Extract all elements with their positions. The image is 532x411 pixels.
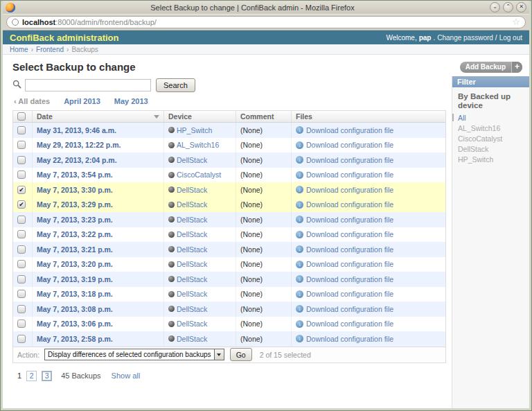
row-checkbox[interactable]	[17, 230, 26, 238]
action-select[interactable]: Display differences of selected configur…	[44, 349, 224, 360]
download-link[interactable]: Download configuration file	[306, 230, 393, 238]
window-maximize-button[interactable]: ⌃	[503, 2, 513, 12]
device-link[interactable]: CiscoCatalyst	[177, 170, 221, 179]
backup-date-link[interactable]: May 7, 2013, 3:30 p.m.	[37, 186, 113, 194]
backup-date-link[interactable]: May 22, 2013, 2:04 p.m.	[37, 156, 117, 164]
download-link[interactable]: Download configuration file	[306, 275, 393, 283]
device-link[interactable]: DellStack	[177, 216, 207, 224]
device-link[interactable]: DellStack	[177, 156, 207, 164]
row-checkbox[interactable]	[17, 305, 26, 313]
row-checkbox[interactable]	[17, 260, 26, 268]
checkbox-cell	[13, 331, 33, 347]
backup-date-link[interactable]: May 7, 2013, 3:22 p.m.	[37, 230, 113, 238]
backup-date-link[interactable]: May 29, 2013, 12:22 p.m.	[37, 141, 121, 149]
download-link[interactable]: Download configuration file	[306, 156, 393, 164]
download-link[interactable]: Download configuration file	[306, 335, 393, 343]
date-column-header[interactable]: Date	[33, 111, 164, 122]
device-link[interactable]: DellStack	[177, 275, 207, 283]
comment-cell: (None)	[236, 287, 292, 302]
download-link[interactable]: Download configuration file	[306, 200, 393, 209]
device-link[interactable]: DellStack	[177, 305, 207, 313]
filter-option[interactable]: AL_Switch16	[452, 123, 529, 133]
backup-date-link[interactable]: May 7, 2013, 3:21 p.m.	[37, 245, 113, 254]
device-link[interactable]: DellStack	[177, 186, 207, 194]
backup-date-link[interactable]: May 7, 2013, 3:20 p.m.	[37, 260, 113, 268]
backup-date-link[interactable]: May 7, 2013, 3:23 p.m.	[37, 216, 113, 224]
files-cell: ↓Download configuration file	[292, 331, 445, 347]
download-link[interactable]: Download configuration file	[306, 170, 393, 179]
backup-date-link[interactable]: May 7, 2013, 3:54 p.m.	[37, 170, 113, 179]
site-branding[interactable]: ConfiBack administration	[10, 33, 118, 43]
download-link[interactable]: Download configuration file	[306, 186, 393, 194]
url-bar[interactable]: localhost :8000/admin/frontend/backup/ ☆	[6, 16, 526, 28]
backup-date-link[interactable]: May 7, 2013, 3:06 p.m.	[37, 320, 113, 328]
row-checkbox[interactable]	[17, 126, 26, 134]
search-button[interactable]: Search	[156, 78, 195, 92]
add-backup-button[interactable]: Add Backup +	[460, 62, 522, 73]
device-link[interactable]: DellStack	[177, 230, 207, 238]
row-checkbox[interactable]	[17, 320, 26, 328]
breadcrumb-frontend[interactable]: Frontend	[36, 46, 64, 53]
change-password-link[interactable]: Change password	[437, 34, 493, 42]
row-checkbox[interactable]	[17, 335, 26, 343]
breadcrumb-separator: ›	[66, 46, 69, 53]
window-shade-button[interactable]: ⌄	[490, 2, 500, 12]
download-link[interactable]: Download configuration file	[306, 141, 393, 149]
download-link[interactable]: Download configuration file	[306, 320, 393, 328]
device-link[interactable]: DellStack	[177, 335, 207, 343]
backup-date-link[interactable]: May 7, 2013, 3:19 p.m.	[37, 275, 113, 283]
row-checkbox[interactable]: ✔	[17, 186, 26, 194]
backup-date-link[interactable]: May 31, 2013, 9:46 a.m.	[37, 126, 116, 134]
search-icon	[12, 79, 21, 91]
page-2-link[interactable]: 2	[26, 371, 37, 381]
april-2013-link[interactable]: April 2013	[64, 97, 100, 105]
filter-option[interactable]: HP_Switch	[452, 154, 529, 164]
row-checkbox[interactable]	[17, 245, 26, 254]
go-button[interactable]: Go	[230, 348, 252, 361]
backup-date-link[interactable]: May 7, 2013, 3:29 p.m.	[37, 200, 113, 209]
page-3-link[interactable]: 3	[42, 371, 52, 381]
device-link[interactable]: DellStack	[177, 290, 207, 298]
device-icon	[168, 231, 175, 238]
row-checkbox[interactable]	[17, 141, 26, 149]
download-link[interactable]: Download configuration file	[306, 290, 393, 298]
may-2013-link[interactable]: May 2013	[114, 97, 148, 105]
select-all-cell	[13, 111, 33, 122]
select-dropdown-arrow-icon	[214, 349, 224, 360]
device-cell: DellStack	[164, 317, 236, 332]
select-all-checkbox[interactable]	[17, 112, 26, 121]
download-link[interactable]: Download configuration file	[306, 245, 393, 254]
backup-date-link[interactable]: May 7, 2013, 3:08 p.m.	[37, 305, 113, 313]
filter-option[interactable]: All	[452, 112, 529, 123]
device-icon	[168, 276, 175, 282]
show-all-link[interactable]: Show all	[112, 371, 141, 380]
breadcrumb-home[interactable]: Home	[10, 46, 28, 53]
bookmark-star-icon[interactable]: ☆	[512, 19, 520, 26]
row-checkbox[interactable]: ✔	[17, 200, 26, 209]
filter-option[interactable]: CiscoCatalyst	[452, 133, 529, 143]
device-link[interactable]: DellStack	[177, 245, 207, 254]
backup-date-link[interactable]: May 7, 2013, 2:58 p.m.	[37, 335, 113, 343]
search-input[interactable]	[25, 79, 151, 91]
device-link[interactable]: AL_Switch16	[177, 141, 219, 149]
device-link[interactable]: DellStack	[177, 320, 207, 328]
row-checkbox[interactable]	[17, 290, 26, 298]
row-checkbox[interactable]	[17, 156, 26, 164]
backup-count: 45 Backups	[61, 371, 100, 380]
backup-date-link[interactable]: May 7, 2013, 3:18 p.m.	[37, 290, 113, 298]
download-link[interactable]: Download configuration file	[306, 126, 393, 134]
device-link[interactable]: DellStack	[177, 260, 207, 268]
download-link[interactable]: Download configuration file	[306, 216, 393, 224]
row-checkbox[interactable]	[17, 275, 26, 283]
device-link[interactable]: HP_Switch	[177, 126, 212, 134]
all-dates-link[interactable]: ‹ All dates	[14, 97, 50, 105]
window-close-button[interactable]: ✕	[516, 2, 526, 12]
device-link[interactable]: DellStack	[177, 200, 207, 209]
row-checkbox[interactable]	[17, 170, 26, 179]
download-link[interactable]: Download configuration file	[306, 305, 393, 313]
filter-option[interactable]: DellStack	[452, 143, 529, 154]
row-checkbox[interactable]	[17, 216, 26, 224]
admin-header: ConfiBack administration Welcome, pap. C…	[3, 30, 529, 44]
download-link[interactable]: Download configuration file	[306, 260, 393, 268]
logout-link[interactable]: Log out	[499, 34, 522, 42]
